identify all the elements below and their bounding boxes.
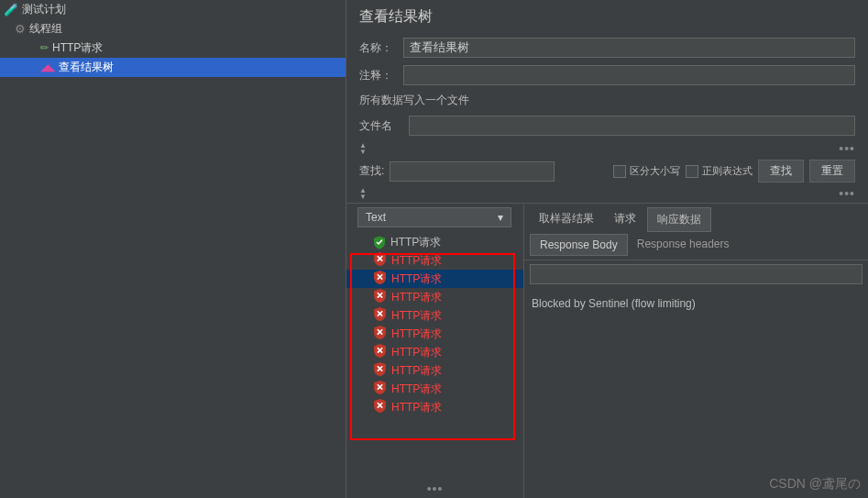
detail-column: 取样器结果 请求 响应数据 Response Body Response hea… <box>524 204 868 498</box>
shield-error-icon <box>374 344 386 360</box>
regex-label: 正则表达式 <box>702 164 753 178</box>
renderer-select[interactable]: Text ▾ <box>357 207 511 227</box>
shield-error-icon <box>374 271 386 287</box>
tree-view-results[interactable]: ◢◣ 查看结果树 <box>0 58 346 77</box>
drag-handle[interactable]: ••• <box>346 481 523 498</box>
tree-root-label: 测试计划 <box>22 2 66 17</box>
tree-panel: 🧪 测试计划 ⚙ 线程组 ✎ HTTP请求 ◢◣ 查看结果树 <box>0 0 346 498</box>
detail-tabs: 取样器结果 请求 响应数据 <box>524 204 868 232</box>
shield-error-icon <box>374 289 386 305</box>
toolbar-1: ▲▼ ••• <box>346 139 868 158</box>
result-item[interactable]: HTTP请求 <box>346 380 523 398</box>
result-item-label: HTTP请求 <box>391 400 442 415</box>
result-item-label: HTTP请求 <box>391 363 442 379</box>
results-icon: ◢◣ <box>40 61 55 73</box>
result-item-label: HTTP请求 <box>391 382 442 397</box>
tree-thread-group[interactable]: ⚙ 线程组 <box>0 19 346 39</box>
toolbar-2: ▲▼ ••• <box>346 184 868 203</box>
search-toolbar: 查找: 区分大小写 正则表达式 查找 重置 <box>346 158 868 184</box>
result-item-label: HTTP请求 <box>391 290 442 305</box>
name-label: 名称： <box>359 40 403 56</box>
write-all-label: 所有数据写入一个文件 <box>346 89 868 112</box>
response-body: Blocked by Sentinel (flow limiting) <box>524 288 868 319</box>
chevron-down-icon: ▾ <box>498 211 503 224</box>
shield-error-icon <box>374 381 386 397</box>
pencil-icon: ✎ <box>38 41 52 56</box>
watermark: CSDN @鸢尾の <box>769 476 861 492</box>
renderer-selected: Text <box>366 211 386 224</box>
shield-error-icon <box>374 252 386 269</box>
tree-view-results-label: 查看结果树 <box>59 60 114 75</box>
result-item[interactable]: HTTP请求 <box>346 306 523 325</box>
result-item-label: HTTP请求 <box>391 271 442 287</box>
name-row: 名称： <box>346 34 868 61</box>
comment-label: 注释： <box>359 68 403 83</box>
subtab-body[interactable]: Response Body <box>530 234 628 256</box>
shield-error-icon <box>374 307 386 324</box>
main-panel: 查看结果树 名称： 注释： 所有数据写入一个文件 文件名 ▲▼ ••• 查找: … <box>346 0 868 498</box>
tab-response[interactable]: 响应数据 <box>647 207 711 232</box>
filename-input[interactable] <box>409 116 855 136</box>
filename-row: 文件名 <box>346 112 868 139</box>
shield-error-icon <box>374 326 386 342</box>
gear-icon: ⚙ <box>15 22 26 36</box>
result-item[interactable]: HTTP请求 <box>346 343 523 361</box>
result-item[interactable]: HTTP请求 <box>346 251 523 270</box>
detail-search-input[interactable] <box>530 264 863 284</box>
result-item[interactable]: HTTP请求 <box>346 270 523 288</box>
result-item-label: HTTP请求 <box>391 326 442 342</box>
subtab-headers[interactable]: Response headers <box>628 234 739 256</box>
tab-request[interactable]: 请求 <box>605 207 645 232</box>
result-item-label: HTTP请求 <box>391 308 442 324</box>
tree-thread-group-label: 线程组 <box>29 21 62 37</box>
shield-ok-icon <box>374 236 385 249</box>
comment-row: 注释： <box>346 61 868 89</box>
comment-input[interactable] <box>403 65 855 85</box>
find-button[interactable]: 查找 <box>758 160 804 183</box>
results-column: Text ▾ HTTP请求HTTP请求HTTP请求HTTP请求HTTP请求HTT… <box>346 204 524 498</box>
beaker-icon: 🧪 <box>4 3 18 17</box>
result-item[interactable]: HTTP请求 <box>346 288 523 306</box>
sort-arrows-icon-2[interactable]: ▲▼ <box>359 187 367 200</box>
tab-sampler[interactable]: 取样器结果 <box>530 207 603 232</box>
result-item-label: HTTP请求 <box>390 235 441 250</box>
more-icon[interactable]: ••• <box>839 141 855 156</box>
result-item[interactable]: HTTP请求 <box>346 398 523 416</box>
case-sensitive-checkbox[interactable]: 区分大小写 <box>613 164 680 178</box>
result-list: HTTP请求HTTP请求HTTP请求HTTP请求HTTP请求HTTP请求HTTP… <box>346 231 523 481</box>
result-item[interactable]: HTTP请求 <box>346 325 523 343</box>
case-sensitive-label: 区分大小写 <box>630 164 680 178</box>
subtabs: Response Body Response headers <box>524 232 868 260</box>
result-item-label: HTTP请求 <box>391 253 442 269</box>
search-input[interactable] <box>390 161 555 182</box>
tree-http-request[interactable]: ✎ HTTP请求 <box>0 39 346 58</box>
shield-error-icon <box>374 399 386 415</box>
regex-checkbox[interactable]: 正则表达式 <box>686 164 753 178</box>
more-icon-2[interactable]: ••• <box>839 186 855 201</box>
filename-label: 文件名 <box>359 118 403 134</box>
result-item[interactable]: HTTP请求 <box>346 361 523 380</box>
page-title: 查看结果树 <box>346 0 868 34</box>
tree-http-label: HTTP请求 <box>52 40 103 56</box>
tree-root[interactable]: 🧪 测试计划 <box>0 0 346 19</box>
search-label: 查找: <box>359 163 384 179</box>
name-input[interactable] <box>403 38 855 58</box>
sort-arrows-icon[interactable]: ▲▼ <box>359 142 367 155</box>
shield-error-icon <box>374 362 386 379</box>
reset-button[interactable]: 重置 <box>809 160 855 183</box>
result-item-label: HTTP请求 <box>391 345 442 360</box>
result-item[interactable]: HTTP请求 <box>346 233 523 251</box>
